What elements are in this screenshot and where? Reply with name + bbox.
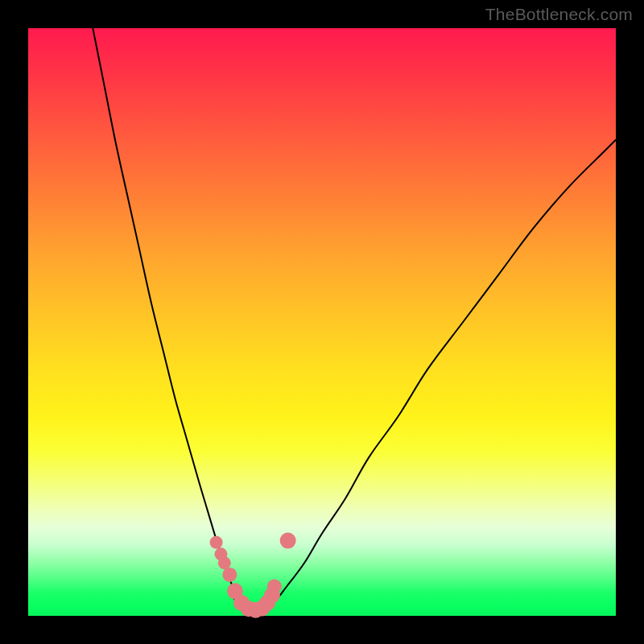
watermark-text: TheBottleneck.com (485, 5, 633, 24)
marker-layer (210, 533, 296, 618)
marker-point (222, 568, 237, 582)
curves-svg (28, 28, 616, 616)
marker-point (210, 536, 223, 549)
series-left-branch (93, 28, 246, 610)
curve-layer (93, 28, 616, 613)
marker-point (280, 533, 296, 549)
marker-point (267, 580, 282, 594)
plot-area (28, 28, 616, 616)
series-right-branch (263, 140, 616, 610)
chart-stage: TheBottleneck.com (0, 0, 644, 644)
marker-point (218, 556, 231, 569)
